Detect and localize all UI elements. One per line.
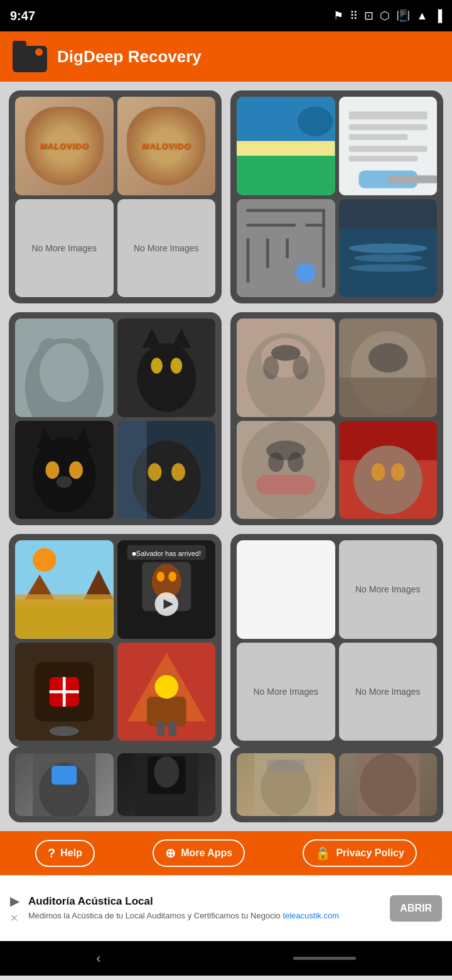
privacy-label: Privacy Policy bbox=[336, 847, 404, 859]
cell-sky[interactable] bbox=[15, 540, 114, 639]
privacy-button[interactable]: 🔒 Privacy Policy bbox=[303, 839, 417, 867]
back-button[interactable]: ‹ bbox=[96, 950, 100, 967]
svg-point-82 bbox=[156, 572, 164, 582]
svg-point-24 bbox=[353, 254, 422, 262]
cat-black-2-svg bbox=[15, 421, 114, 520]
svg-rect-15 bbox=[306, 224, 325, 227]
content-row-1: MALOVIDO MALOVIDO No More Images No More… bbox=[0, 82, 452, 303]
folder-shape bbox=[13, 46, 47, 72]
ad-close-icon[interactable]: ✕ bbox=[10, 912, 19, 924]
home-indicator[interactable] bbox=[293, 957, 356, 960]
svg-rect-5 bbox=[348, 111, 427, 119]
privacy-icon: 🔒 bbox=[315, 846, 331, 861]
svg-point-64 bbox=[268, 452, 284, 472]
image-group-2[interactable] bbox=[230, 90, 443, 303]
water-svg bbox=[339, 199, 438, 298]
dots-icon: ⠿ bbox=[350, 9, 358, 23]
dogclose-4-svg bbox=[339, 421, 438, 520]
cell-maze[interactable] bbox=[237, 199, 335, 298]
cell-dogclose-3[interactable] bbox=[237, 421, 335, 520]
cell-dog-1[interactable]: MALOVIDO bbox=[15, 97, 114, 195]
malovido-label-1: MALOVIDO bbox=[40, 141, 89, 151]
content-row-3: ■Salvador has arrived! bbox=[0, 525, 452, 747]
help-button[interactable]: ? Help bbox=[35, 840, 95, 867]
image-group-6[interactable]: No More Images No More Images No More Im… bbox=[230, 534, 443, 747]
image-group-partial-1[interactable] bbox=[9, 747, 222, 822]
cell-dog-2[interactable]: MALOVIDO bbox=[117, 97, 216, 195]
partial-cell-4[interactable] bbox=[339, 753, 438, 816]
status-bar: 9:47 ⚑ ⠿ ⊡ ⬡ 📳 ▲ ▐ bbox=[0, 0, 452, 31]
more-apps-button[interactable]: ⊕ More Apps bbox=[153, 839, 245, 867]
cell-cat-black-2[interactable] bbox=[15, 421, 114, 520]
svg-point-25 bbox=[348, 264, 427, 272]
svg-rect-72 bbox=[15, 599, 114, 639]
ad-subtitle-text: Medimos la Acústica de tu Local Auditamo… bbox=[28, 911, 281, 920]
app-icon bbox=[13, 41, 47, 72]
no-more-3: No More Images bbox=[339, 540, 438, 639]
partial-row bbox=[0, 747, 452, 831]
box-icon: ⊡ bbox=[364, 9, 374, 23]
status-icons: ⚑ ⠿ ⊡ ⬡ 📳 ▲ ▐ bbox=[333, 9, 442, 23]
svg-point-58 bbox=[368, 343, 407, 373]
cell-dogclose-2[interactable] bbox=[339, 318, 438, 417]
svg-rect-16 bbox=[247, 238, 250, 282]
help-label: Help bbox=[60, 847, 82, 859]
svg-point-41 bbox=[46, 461, 60, 479]
cell-cat-black-1[interactable] bbox=[117, 318, 216, 417]
svg-rect-1 bbox=[237, 151, 335, 195]
svg-point-83 bbox=[168, 572, 176, 582]
beach-svg bbox=[237, 97, 335, 195]
svg-point-103 bbox=[154, 756, 179, 788]
svg-rect-106 bbox=[267, 760, 304, 772]
cell-beach[interactable] bbox=[237, 97, 335, 195]
no-more-4: No More Images bbox=[237, 643, 335, 741]
status-time: 9:47 bbox=[10, 9, 35, 23]
cell-cat-gray[interactable] bbox=[15, 318, 114, 417]
svg-point-48 bbox=[171, 463, 185, 481]
cell-dogclose-4[interactable] bbox=[339, 421, 438, 520]
dogclose-2-svg bbox=[339, 318, 438, 417]
svg-rect-97 bbox=[168, 721, 176, 736]
wifi-icon: ▲ bbox=[416, 9, 428, 23]
cell-video[interactable]: ■Salvador has arrived! bbox=[117, 540, 216, 639]
cell-cat-black-3[interactable] bbox=[117, 421, 216, 520]
cell-blank bbox=[237, 540, 335, 639]
partial-cell-1[interactable] bbox=[15, 753, 114, 816]
cell-chat[interactable] bbox=[339, 97, 438, 195]
image-group-4[interactable] bbox=[230, 312, 443, 525]
partial-cell-3[interactable] bbox=[237, 753, 335, 816]
sky-svg bbox=[15, 540, 114, 639]
nav-bar: ‹ bbox=[0, 941, 452, 976]
svg-rect-3 bbox=[237, 141, 335, 155]
ad-subtitle: Medimos la Acústica de tu Local Auditamo… bbox=[28, 910, 381, 922]
cell-dogclose-1[interactable] bbox=[237, 318, 335, 417]
svg-rect-9 bbox=[348, 156, 417, 161]
svg-point-75 bbox=[33, 548, 56, 572]
ad-link[interactable]: teleacustik.com bbox=[282, 911, 339, 920]
svg-rect-76 bbox=[15, 594, 114, 604]
image-group-5[interactable]: ■Salvador has arrived! bbox=[9, 534, 222, 747]
svg-rect-19 bbox=[322, 209, 325, 287]
svg-rect-94 bbox=[146, 697, 186, 726]
app-title: DigDeep Recovery bbox=[57, 47, 202, 67]
cell-game-2[interactable] bbox=[117, 643, 216, 741]
ad-open-button[interactable]: ABRIR bbox=[390, 895, 442, 922]
no-more-5: No More Images bbox=[339, 643, 438, 741]
svg-rect-8 bbox=[348, 146, 427, 151]
partial-4-svg bbox=[339, 753, 438, 816]
svg-point-91 bbox=[50, 726, 79, 736]
svg-rect-49 bbox=[117, 421, 147, 520]
partial-cell-2[interactable] bbox=[117, 753, 216, 816]
image-group-3[interactable] bbox=[9, 312, 222, 525]
svg-point-70 bbox=[390, 463, 404, 481]
svg-point-54 bbox=[263, 356, 279, 379]
image-group-1[interactable]: MALOVIDO MALOVIDO No More Images No More… bbox=[9, 90, 222, 303]
cat-gray-svg bbox=[15, 318, 114, 417]
partial-2-svg bbox=[117, 753, 216, 816]
svg-point-23 bbox=[348, 243, 427, 253]
cat-black-1-svg bbox=[117, 318, 216, 417]
cell-water[interactable] bbox=[339, 199, 438, 298]
cell-game-1[interactable] bbox=[15, 643, 114, 741]
main-content: MALOVIDO MALOVIDO No More Images No More… bbox=[0, 82, 452, 831]
image-group-partial-2[interactable] bbox=[230, 747, 443, 822]
